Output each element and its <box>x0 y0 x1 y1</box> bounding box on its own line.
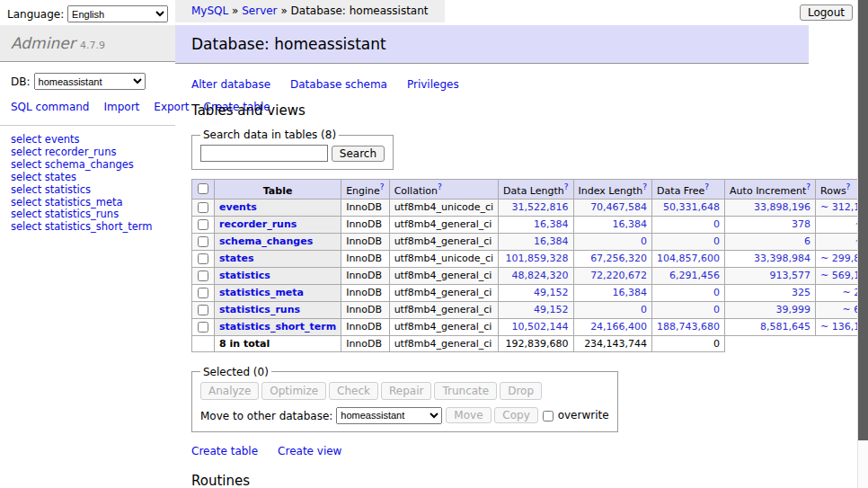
column-header: Collation? <box>389 180 498 200</box>
column-help-link[interactable]: ? <box>846 182 851 191</box>
column-help-link[interactable]: ? <box>380 182 385 191</box>
search-legend: Search data in tables (8) <box>200 129 339 141</box>
move-database-select[interactable]: homeassistant <box>336 407 442 424</box>
row-checkbox[interactable] <box>198 271 208 281</box>
table-name-cell: statistics <box>215 267 341 284</box>
move-database-label: Move to other database: <box>200 409 332 421</box>
sidebar-select-table-link[interactable]: select events <box>11 134 164 146</box>
row-checkbox-cell <box>192 199 215 216</box>
collation-cell: utf8mb4_unicode_ci <box>389 250 498 267</box>
sidebar-select-table-link[interactable]: select statistics_short_term <box>11 221 164 233</box>
selected-action-button[interactable]: Truncate <box>434 382 497 400</box>
row-checkbox[interactable] <box>198 253 208 264</box>
sidebar-select-table-link[interactable]: select statistics_runs <box>11 209 164 220</box>
scrollbar-thumb[interactable] <box>858 0 868 440</box>
row-checkbox[interactable] <box>198 322 208 333</box>
selected-action-button[interactable]: Drop <box>500 382 542 400</box>
sidebar: Adminer 4.7.9 DB:homeassistant SQL comma… <box>0 25 175 242</box>
data-free-cell: 6,291,456 <box>652 267 725 284</box>
table-name-link[interactable]: statistics <box>219 270 270 281</box>
breadcrumb-server-link[interactable]: Server <box>242 4 277 17</box>
row-checkbox-cell <box>192 216 215 233</box>
table-name-link[interactable]: statistics_meta <box>219 287 304 298</box>
sidebar-select-table-link[interactable]: select states <box>11 172 164 183</box>
app-name: Adminer <box>11 34 75 52</box>
row-checkbox[interactable] <box>198 219 208 230</box>
table-name-cell: statistics_short_term <box>215 318 341 335</box>
index-length-cell: 72,220,672 <box>573 267 652 284</box>
row-checkbox[interactable] <box>198 236 208 247</box>
database-action-link[interactable]: Privileges <box>407 78 459 91</box>
column-header: Data Free? <box>652 180 725 200</box>
search-input[interactable] <box>200 145 328 162</box>
data-free-cell: 188,743,680 <box>652 318 725 335</box>
table-name-link[interactable]: recorder_runs <box>219 218 297 230</box>
sidebar-select-table-link[interactable]: select statistics_meta <box>11 197 164 209</box>
sidebar-select-table-link[interactable]: select statistics <box>11 184 164 196</box>
row-checkbox[interactable] <box>198 305 208 315</box>
move-button[interactable]: Move <box>446 407 491 423</box>
column-help-link[interactable]: ? <box>642 182 647 191</box>
sidebar-select-table-link[interactable]: select schema_changes <box>11 159 164 171</box>
breadcrumb-mysql-link[interactable]: MySQL <box>191 4 228 17</box>
search-button[interactable]: Search <box>332 146 385 162</box>
data-free-cell: 0 <box>652 216 725 233</box>
total-data-length-cell: 192,839,680 <box>499 335 573 351</box>
selected-action-button[interactable]: Optimize <box>261 382 326 400</box>
row-checkbox[interactable] <box>198 202 208 213</box>
column-header: Engine? <box>341 180 389 200</box>
copy-button[interactable]: Copy <box>494 407 537 423</box>
column-header: Index Length? <box>573 180 652 200</box>
logout-button[interactable]: Logout <box>800 4 853 21</box>
sidebar-select-table-link[interactable]: select recorder_runs <box>11 146 164 158</box>
table-name-link[interactable]: statistics_short_term <box>219 321 336 333</box>
breadcrumb-current: Database: homeassistant <box>291 4 429 17</box>
table-row: schema_changes InnoDB utf8mb4_general_ci… <box>192 233 868 250</box>
database-action-link[interactable]: Alter database <box>191 78 270 91</box>
database-action-link[interactable]: Database schema <box>290 78 387 91</box>
table-name-link[interactable]: states <box>219 253 254 264</box>
language-select[interactable]: English <box>67 5 168 22</box>
selected-action-button[interactable]: Repair <box>381 382 431 400</box>
sidebar-action-link[interactable]: Import <box>103 101 139 113</box>
selected-action-button[interactable]: Check <box>329 382 378 400</box>
total-row: 8 in total InnoDB utf8mb4_general_ci 192… <box>192 335 868 351</box>
collation-cell: utf8mb4_general_ci <box>389 233 498 250</box>
auto-increment-cell: 39,999 <box>725 301 816 318</box>
column-help-link[interactable]: ? <box>438 182 442 191</box>
index-length-cell: 16,384 <box>573 216 652 233</box>
sidebar-action-link[interactable]: SQL command <box>11 101 89 113</box>
row-checkbox[interactable] <box>198 288 208 298</box>
select-all-checkbox[interactable] <box>198 183 208 194</box>
language-bar: Language: English <box>7 5 168 22</box>
data-length-cell: 48,824,320 <box>499 267 573 284</box>
index-length-cell: 0 <box>573 233 652 250</box>
db-select[interactable]: homeassistant <box>34 73 146 90</box>
column-help-link[interactable]: ? <box>564 182 569 191</box>
selected-fieldset: Selected (0) AnalyzeOptimizeCheckRepairT… <box>191 366 618 432</box>
index-length-cell: 16,384 <box>573 284 652 301</box>
create-link[interactable]: Create table <box>191 445 258 457</box>
table-name-link[interactable]: events <box>219 201 257 213</box>
column-help-link[interactable]: ? <box>806 182 810 191</box>
table-name-link[interactable]: schema_changes <box>219 235 313 247</box>
selected-action-button[interactable]: Analyze <box>200 382 259 400</box>
create-link[interactable]: Create view <box>278 445 341 457</box>
table-name-link[interactable]: statistics_runs <box>219 304 300 315</box>
overwrite-checkbox[interactable] <box>543 411 554 421</box>
engine-cell: InnoDB <box>341 301 389 318</box>
app-title: Adminer 4.7.9 <box>0 25 175 62</box>
total-empty-cell <box>192 335 215 351</box>
routines-heading: Routines <box>191 473 809 488</box>
data-free-cell: 104,857,600 <box>652 250 725 267</box>
engine-cell: InnoDB <box>341 233 389 250</box>
select-all-header-cell <box>192 180 215 200</box>
create-links: Create tableCreate view <box>191 445 809 457</box>
data-length-cell: 16,384 <box>499 216 573 233</box>
tables-overview-table: TableEngine?Collation?Data Length?Index … <box>191 179 868 352</box>
main-content: Database: homeassistant Alter databaseDa… <box>175 25 809 488</box>
total-engine-cell: InnoDB <box>341 335 389 351</box>
selected-legend: Selected (0) <box>200 366 271 378</box>
total-index-length-cell: 234,143,744 <box>573 335 652 351</box>
column-help-link[interactable]: ? <box>704 182 709 191</box>
